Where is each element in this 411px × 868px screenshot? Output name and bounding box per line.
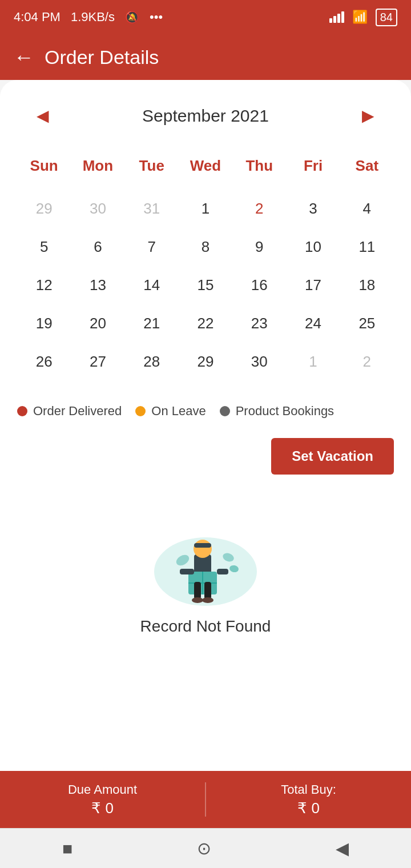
- status-bar: 4:04 PM 1.9KB/s 🔕 ••• 📶 84: [0, 0, 411, 34]
- cal-day[interactable]: 14: [125, 266, 179, 304]
- svg-rect-3: [194, 543, 211, 548]
- cal-day[interactable]: 25: [340, 304, 394, 343]
- weekday-mon: Mon: [71, 151, 124, 180]
- cal-day[interactable]: 26: [17, 343, 71, 381]
- cal-day[interactable]: 21: [125, 304, 179, 343]
- cal-day[interactable]: 29: [17, 190, 71, 228]
- legend-label-leave: On Leave: [151, 404, 206, 419]
- legend-item-delivered: Order Delivered: [17, 404, 122, 419]
- legend: Order Delivered On Leave Product Booking…: [17, 398, 394, 424]
- record-not-found-illustration: [143, 497, 268, 612]
- set-vacation-row: Set Vacation: [17, 438, 394, 475]
- cal-day[interactable]: 24: [286, 304, 340, 343]
- cal-day[interactable]: 9: [232, 228, 286, 266]
- total-buy-value: ₹ 0: [297, 799, 320, 817]
- battery-level: 84: [380, 11, 393, 24]
- home-button[interactable]: ⊙: [197, 838, 211, 858]
- status-left: 4:04 PM 1.9KB/s 🔕 •••: [14, 10, 163, 25]
- cal-day[interactable]: 12: [17, 266, 71, 304]
- cal-day[interactable]: 20: [71, 304, 124, 343]
- stop-button[interactable]: ■: [62, 839, 72, 858]
- legend-dot-orange: [135, 406, 146, 416]
- record-not-found-section: Record Not Found: [17, 497, 394, 658]
- svg-rect-9: [194, 582, 201, 599]
- main-content: ◀ September 2021 ▶ Sun Mon Tue Wed Thu F…: [0, 80, 411, 822]
- legend-label-delivered: Order Delivered: [33, 404, 122, 419]
- cal-day[interactable]: 18: [340, 266, 394, 304]
- svg-rect-7: [180, 569, 194, 574]
- set-vacation-button[interactable]: Set Vacation: [271, 438, 394, 475]
- cal-day[interactable]: 10: [286, 228, 340, 266]
- calendar-header: ◀ September 2021 ▶: [17, 97, 394, 134]
- calendar-month-year: September 2021: [142, 106, 269, 126]
- cal-day[interactable]: 27: [71, 343, 124, 381]
- total-buy-label: Total Buy:: [281, 782, 336, 797]
- cal-day[interactable]: 16: [232, 266, 286, 304]
- weekday-tue: Tue: [125, 151, 179, 180]
- cal-day[interactable]: 6: [71, 228, 124, 266]
- svg-rect-8: [217, 569, 228, 574]
- legend-item-bookings: Product Bookings: [220, 404, 334, 419]
- mute-icon: 🔕: [125, 10, 139, 24]
- nav-bar: ■ ⊙ ◀: [0, 828, 411, 868]
- svg-point-11: [192, 597, 203, 603]
- wifi-icon: 📶: [352, 10, 368, 25]
- cal-day[interactable]: 31: [125, 190, 179, 228]
- legend-label-bookings: Product Bookings: [236, 404, 334, 419]
- legend-dot-red: [17, 406, 27, 416]
- cal-day[interactable]: 30: [232, 343, 286, 381]
- weekday-thu: Thu: [232, 151, 286, 180]
- status-network: 1.9KB/s: [71, 10, 115, 25]
- cal-day[interactable]: 7: [125, 228, 179, 266]
- svg-point-2: [194, 540, 212, 558]
- cal-day[interactable]: 1: [179, 190, 232, 228]
- cal-day[interactable]: 22: [179, 304, 232, 343]
- cal-day[interactable]: 28: [125, 343, 179, 381]
- weekday-wed: Wed: [179, 151, 232, 180]
- cal-day[interactable]: 2: [232, 190, 286, 228]
- cal-day[interactable]: 8: [179, 228, 232, 266]
- cal-day[interactable]: 11: [340, 228, 394, 266]
- cal-day[interactable]: 5: [17, 228, 71, 266]
- due-amount-value: ₹ 0: [91, 799, 114, 817]
- due-amount-section: Due Amount ₹ 0: [0, 777, 205, 823]
- record-not-found-text: Record Not Found: [140, 617, 271, 636]
- cal-day[interactable]: 30: [71, 190, 124, 228]
- cal-day[interactable]: 15: [179, 266, 232, 304]
- bottom-bar: Due Amount ₹ 0 Total Buy: ₹ 0: [0, 771, 411, 828]
- more-icon: •••: [150, 10, 163, 25]
- weekday-fri: Fri: [286, 151, 340, 180]
- cal-day[interactable]: 23: [232, 304, 286, 343]
- header: ← Order Details: [0, 34, 411, 80]
- cal-day[interactable]: 19: [17, 304, 71, 343]
- cal-day[interactable]: 4: [340, 190, 394, 228]
- cal-day[interactable]: 29: [179, 343, 232, 381]
- page-title: Order Details: [45, 46, 159, 69]
- calendar-weekdays: Sun Mon Tue Wed Thu Fri Sat: [17, 151, 394, 180]
- legend-item-leave: On Leave: [135, 404, 206, 419]
- svg-point-12: [202, 597, 213, 603]
- cal-day[interactable]: 17: [286, 266, 340, 304]
- signal-icon: [329, 11, 344, 23]
- status-time: 4:04 PM: [14, 10, 61, 25]
- back-button[interactable]: ←: [14, 45, 34, 69]
- cal-day[interactable]: 13: [71, 266, 124, 304]
- due-amount-label: Due Amount: [68, 782, 137, 797]
- battery-icon: 84: [376, 9, 397, 26]
- cal-day[interactable]: 3: [286, 190, 340, 228]
- prev-month-button[interactable]: ◀: [29, 103, 57, 128]
- weekday-sun: Sun: [17, 151, 71, 180]
- cal-day[interactable]: 1: [286, 343, 340, 381]
- calendar-grid: 29 30 31 1 2 3 4 5 6 7 8 9 10 11 12 13 1…: [17, 190, 394, 381]
- legend-dot-gray: [220, 406, 230, 416]
- cal-day[interactable]: 2: [340, 343, 394, 381]
- total-buy-section: Total Buy: ₹ 0: [206, 777, 411, 823]
- weekday-sat: Sat: [340, 151, 394, 180]
- status-right: 📶 84: [329, 9, 397, 26]
- back-nav-button[interactable]: ◀: [336, 838, 349, 858]
- svg-rect-10: [204, 582, 211, 599]
- next-month-button[interactable]: ▶: [354, 103, 382, 128]
